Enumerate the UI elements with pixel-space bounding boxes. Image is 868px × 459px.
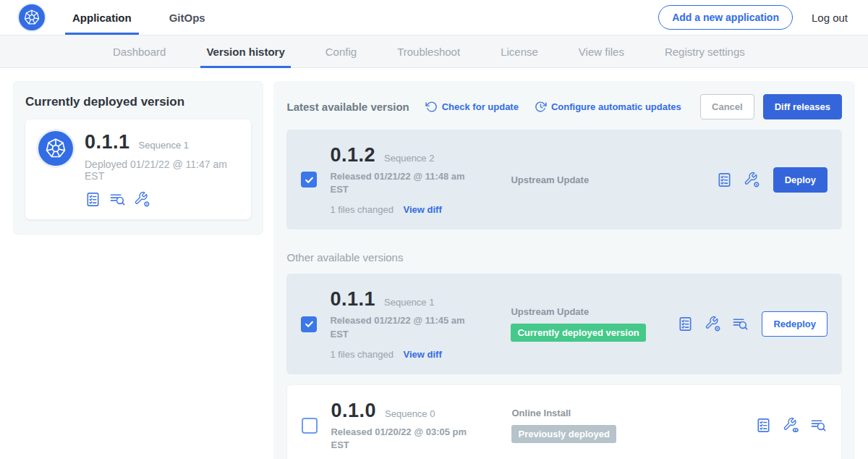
sequence-label: Sequence 2 <box>384 153 434 164</box>
edit-config-icon[interactable] <box>744 172 760 188</box>
deployed-timestamp: Deployed 01/21/22 @ 11:47 am EST <box>85 159 238 182</box>
subtab-config[interactable]: Config <box>314 35 368 67</box>
check-for-update-label: Check for update <box>442 101 519 112</box>
deployed-sequence-label: Sequence 1 <box>139 140 189 151</box>
files-changed-label: 1 files changed <box>330 204 393 215</box>
preflight-checks-icon[interactable] <box>677 316 694 332</box>
deployed-version-number: 0.1.1 <box>85 131 130 153</box>
sequence-label: Sequence 1 <box>384 297 434 308</box>
version-number: 0.1.0 <box>331 400 376 422</box>
version-row-0-1-2: 0.1.2 Sequence 2 Released 01/21/22 @ 11:… <box>286 130 842 230</box>
version-number: 0.1.1 <box>330 288 375 311</box>
subtab-troubleshoot[interactable]: Troubleshoot <box>386 35 472 67</box>
preflight-checks-icon[interactable] <box>716 172 733 188</box>
checkmark-icon <box>304 319 315 329</box>
tab-application[interactable]: Application <box>69 0 135 35</box>
kubernetes-logo-icon <box>19 4 45 30</box>
preflight-checks-icon[interactable] <box>85 191 101 208</box>
kubernetes-app-icon <box>38 131 73 166</box>
cancel-button[interactable]: Cancel <box>700 94 754 119</box>
currently-deployed-badge: Currently deployed version <box>511 324 645 342</box>
released-timestamp: Released 01/21/22 @ 11:48 am EST <box>330 170 478 196</box>
redeploy-button[interactable]: Redeploy <box>762 311 827 337</box>
version-source: Upstream Update Currently deployed versi… <box>511 306 677 342</box>
deploy-logs-icon[interactable] <box>810 417 827 434</box>
version-info: 0.1.1 Sequence 1 Released 01/21/22 @ 11:… <box>330 288 488 359</box>
deploy-logs-icon[interactable] <box>109 191 126 208</box>
subtab-license[interactable]: License <box>489 35 550 67</box>
deploy-button[interactable]: Deploy <box>773 167 827 193</box>
version-row-0-1-0: 0.1.0 Sequence 0 Released 01/20/22 @ 03:… <box>286 384 842 459</box>
latest-version-header: Latest available version Check for updat… <box>286 94 842 119</box>
deploy-logs-icon[interactable] <box>732 316 749 332</box>
preflight-checks-icon[interactable] <box>755 417 772 434</box>
top-nav: Application GitOps Add a new application… <box>0 0 868 35</box>
version-checkbox[interactable] <box>302 418 318 434</box>
configure-automatic-updates-label: Configure automatic updates <box>551 101 681 112</box>
row-icons <box>677 316 749 332</box>
source-label: Upstream Update <box>511 306 677 317</box>
files-changed-label: 1 files changed <box>330 349 393 360</box>
edit-config-icon[interactable] <box>134 191 150 208</box>
view-diff-link[interactable]: View diff <box>404 349 442 360</box>
available-versions-panel: Latest available version Check for updat… <box>273 81 855 459</box>
check-for-update-link[interactable]: Check for update <box>425 101 519 113</box>
released-timestamp: Released 01/21/22 @ 11:45 am EST <box>330 314 478 340</box>
edit-config-icon[interactable] <box>705 316 721 332</box>
version-number: 0.1.2 <box>330 144 375 167</box>
deployed-version-card: 0.1.1 Sequence 1 Deployed 01/21/22 @ 11:… <box>25 119 251 219</box>
previously-deployed-badge: Previously deployed <box>511 425 616 443</box>
subtab-dashboard[interactable]: Dashboard <box>101 35 177 67</box>
sequence-label: Sequence 0 <box>385 408 435 419</box>
subtab-version-history[interactable]: Version history <box>195 35 296 67</box>
version-info: 0.1.2 Sequence 2 Released 01/21/22 @ 11:… <box>330 144 488 215</box>
version-source: Online Install Previously deployed <box>511 408 678 443</box>
version-checkbox[interactable] <box>301 316 317 332</box>
logout-button[interactable]: Log out <box>812 12 848 24</box>
auto-update-clock-icon <box>535 101 547 113</box>
refresh-icon <box>425 101 438 113</box>
version-info: 0.1.0 Sequence 0 Released 01/20/22 @ 03:… <box>331 400 488 452</box>
subtab-registry-settings[interactable]: Registry settings <box>653 35 757 67</box>
tab-gitops[interactable]: GitOps <box>166 0 208 35</box>
source-label: Upstream Update <box>511 174 677 185</box>
view-diff-link[interactable]: View diff <box>404 204 442 215</box>
configure-automatic-updates-link[interactable]: Configure automatic updates <box>535 101 681 113</box>
version-checkbox[interactable] <box>301 172 317 188</box>
app-sub-nav: Dashboard Version history Config Trouble… <box>0 35 868 68</box>
other-versions-title: Other available versions <box>286 251 842 264</box>
version-source: Upstream Update <box>511 174 677 185</box>
released-timestamp: Released 01/20/22 @ 03:05 pm EST <box>331 426 479 452</box>
version-row-0-1-1: 0.1.1 Sequence 1 Released 01/21/22 @ 11:… <box>286 274 842 374</box>
source-label: Online Install <box>511 408 678 418</box>
deployed-panel-title: Currently deployed version <box>25 95 251 109</box>
view-config-icon[interactable] <box>783 417 799 434</box>
checkmark-icon <box>304 174 315 185</box>
main-content: Currently deployed version 0.1.1 Sequenc… <box>0 68 868 459</box>
add-new-application-button[interactable]: Add a new application <box>658 5 793 30</box>
row-icons <box>716 172 760 188</box>
currently-deployed-panel: Currently deployed version 0.1.1 Sequenc… <box>13 81 263 235</box>
latest-version-title: Latest available version <box>286 101 409 113</box>
row-icons <box>755 417 827 434</box>
diff-releases-button[interactable]: Diff releases <box>763 94 842 119</box>
subtab-view-files[interactable]: View files <box>567 35 636 67</box>
